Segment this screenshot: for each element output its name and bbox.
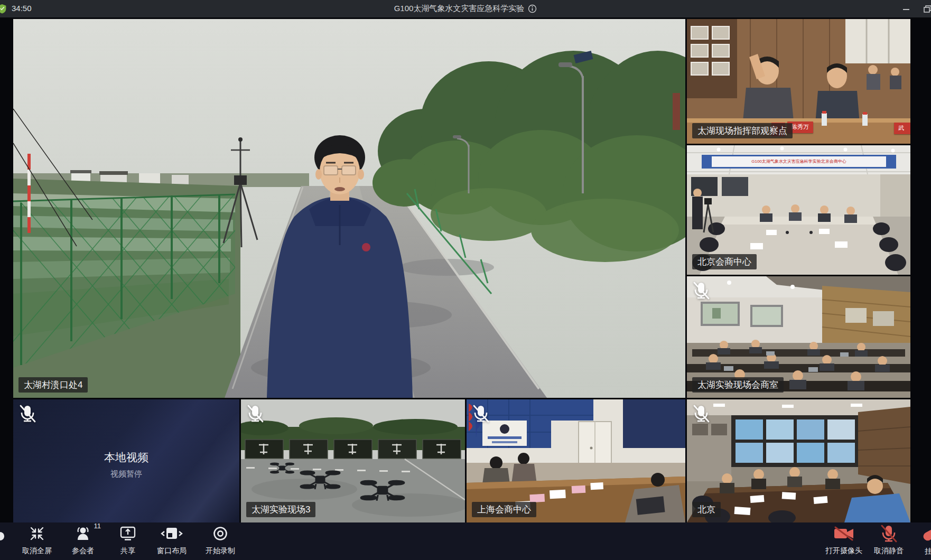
restore-icon bbox=[923, 5, 931, 13]
camera-off-icon bbox=[833, 526, 854, 541]
window-layout-button[interactable]: 窗口布局 bbox=[157, 522, 187, 560]
video-tile-shanghai-consultation[interactable]: 上海会商中心 bbox=[467, 399, 685, 522]
venue-banner: G100太湖气象水文灾害应急科学实验北京会商中心 bbox=[702, 155, 896, 169]
video-label: 太湖实验现场3 bbox=[246, 502, 315, 517]
video-label: 上海会商中心 bbox=[472, 502, 536, 517]
muted-mic-icon bbox=[692, 404, 710, 424]
toolbar: 取消全屏 11 参会者 bbox=[0, 522, 931, 560]
video-label: 太湖现场指挥部观察点 bbox=[692, 123, 793, 138]
start-recording-button[interactable]: 开始录制 bbox=[206, 522, 235, 560]
button-label: 共享 bbox=[120, 546, 135, 556]
participants-count-badge: 11 bbox=[94, 522, 101, 530]
video-tile-taihu-command-post[interactable]: 陈秀万 武 太湖现场指挥部观察点 bbox=[687, 19, 910, 144]
video-label: 北京 bbox=[692, 502, 721, 517]
button-label: 取消全屏 bbox=[22, 546, 52, 556]
meeting-window: 34:50 G100太湖气象水文灾害应急科学实验 bbox=[0, 0, 931, 560]
cancel-fullscreen-button[interactable]: 取消全屏 bbox=[22, 522, 52, 560]
video-tile-beijing[interactable]: 北京 bbox=[687, 399, 910, 522]
mic-off-icon bbox=[880, 525, 898, 543]
local-video-status: 视频暂停 bbox=[13, 469, 239, 479]
titlebar: 34:50 G100太湖气象水文灾害应急科学实验 bbox=[0, 0, 931, 17]
participants-icon bbox=[74, 526, 92, 542]
participants-button[interactable]: 11 参会者 bbox=[72, 522, 94, 560]
hangup-icon bbox=[922, 528, 931, 542]
info-icon[interactable] bbox=[528, 4, 537, 13]
video-tile-taihu-meeting-room[interactable]: 太湖实验现场会商室 bbox=[687, 276, 910, 398]
video-label: 北京会商中心 bbox=[692, 254, 757, 269]
muted-mic-icon bbox=[246, 404, 264, 424]
restore-button[interactable] bbox=[921, 0, 931, 17]
video-tile-taihu-site3[interactable]: 太湖实验现场3 bbox=[241, 399, 465, 522]
local-video-tile[interactable]: 本地视频 视频暂停 bbox=[13, 399, 239, 522]
record-icon bbox=[212, 526, 228, 542]
minimize-icon bbox=[902, 5, 910, 13]
button-label: 参会者 bbox=[72, 546, 94, 556]
main-video-tile[interactable]: 太湖村溃口处4 bbox=[13, 19, 685, 398]
muted-mic-icon bbox=[18, 404, 36, 424]
button-label: 窗口布局 bbox=[157, 546, 187, 556]
button-label: 取消静音 bbox=[874, 546, 904, 556]
main-video-scene bbox=[13, 19, 685, 398]
meeting-title: G100太湖气象水文灾害应急科学实验 bbox=[394, 4, 525, 14]
video-tile-beijing-consultation[interactable]: G100太湖气象水文灾害应急科学实验北京会商中心 北京会商中心 bbox=[687, 145, 910, 275]
title-center: G100太湖气象水文灾害应急科学实验 bbox=[0, 0, 931, 17]
share-button[interactable]: 共享 bbox=[119, 522, 136, 560]
muted-mic-icon bbox=[692, 281, 710, 301]
unmute-button[interactable]: 取消静音 bbox=[874, 522, 904, 560]
nameplate-partial: 武 bbox=[894, 123, 910, 134]
muted-mic-icon bbox=[472, 404, 490, 424]
partial-left-button[interactable] bbox=[0, 532, 4, 540]
venue-banner-text: G100太湖气象水文灾害应急科学实验北京会商中心 bbox=[712, 156, 886, 167]
share-screen-icon bbox=[119, 526, 136, 541]
button-label: 开始录制 bbox=[206, 546, 235, 556]
video-label: 太湖实验现场会商室 bbox=[692, 377, 784, 393]
video-label: 太湖村溃口处4 bbox=[18, 377, 88, 393]
button-label: 打开摄像头 bbox=[825, 546, 862, 556]
window-layout-icon bbox=[161, 527, 183, 540]
open-camera-button[interactable]: 打开摄像头 bbox=[825, 522, 862, 560]
exit-fullscreen-icon bbox=[29, 526, 45, 542]
minimize-button[interactable] bbox=[900, 0, 912, 17]
button-label: 挂 bbox=[925, 547, 931, 556]
local-video-title: 本地视频 bbox=[13, 450, 239, 465]
